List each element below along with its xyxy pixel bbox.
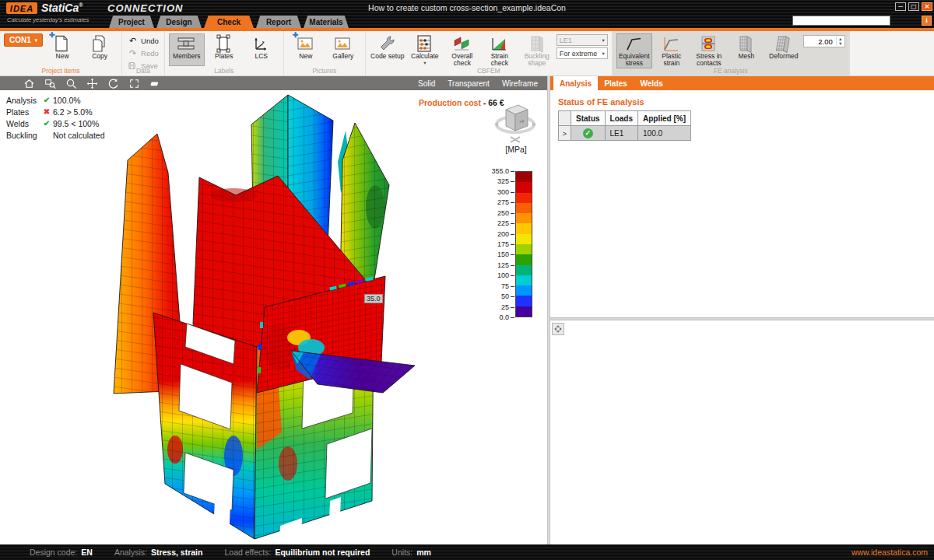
- tab-plates[interactable]: Plates: [598, 76, 634, 90]
- spinner-arrows-icon[interactable]: ▲▼: [836, 37, 844, 47]
- expand-panel-button[interactable]: [552, 323, 564, 335]
- minimize-button[interactable]: ─: [895, 2, 906, 11]
- overall-check-icon: [452, 34, 471, 53]
- search-box[interactable]: [792, 16, 890, 26]
- group-label-data: Data: [122, 67, 164, 75]
- undo-button[interactable]: ↶Undo: [126, 35, 160, 46]
- info-button[interactable]: i: [922, 16, 932, 26]
- 3d-model-view[interactable]: [0, 90, 547, 544]
- check-pass-icon: ✔: [40, 119, 53, 128]
- analysis-tab-content: Status of FE analysis Status Loads Appli…: [550, 90, 934, 317]
- legend-band: [516, 234, 532, 244]
- tab-materials[interactable]: Materials: [304, 16, 349, 28]
- tab-design[interactable]: Design: [156, 16, 202, 28]
- legend-band: [516, 182, 532, 192]
- code-setup-button[interactable]: Code setup: [370, 33, 406, 66]
- results-tabs: Analysis Plates Welds: [550, 76, 934, 90]
- tab-welds[interactable]: Welds: [634, 76, 669, 90]
- pan-icon[interactable]: [86, 78, 98, 89]
- wrench-icon: [377, 34, 396, 53]
- tab-analysis[interactable]: Analysis: [553, 76, 598, 90]
- main-nav-tabs: Project Design Check Report Materials: [109, 16, 349, 28]
- connection-selector[interactable]: CON1▾: [4, 33, 43, 47]
- legend-band: [516, 193, 532, 203]
- legend-tick-mark: [511, 171, 514, 172]
- table-row[interactable]: > ✓ LE1 100.0: [559, 126, 691, 141]
- header-loads: Loads: [605, 111, 637, 126]
- legend-tick-mark: [511, 317, 514, 318]
- search-input[interactable]: [793, 16, 887, 25]
- brand-product: CONNECTION: [107, 2, 183, 14]
- fe-status-table: Status Loads Applied [%] > ✓ LE1 100.0: [558, 110, 691, 141]
- statusbar-item: Load effects:Equilibrium not required: [224, 548, 370, 557]
- members-toggle[interactable]: Members: [169, 33, 205, 66]
- website-link[interactable]: www.ideastatica.com: [851, 548, 934, 557]
- table-header-row: Status Loads Applied [%]: [559, 111, 691, 126]
- check-row: Analysis✔100.0%: [6, 94, 105, 106]
- deformed-toggle[interactable]: Deformed: [766, 33, 802, 66]
- legend-tick-mark: [511, 213, 514, 214]
- calculate-button[interactable]: Calculate▾: [407, 33, 443, 66]
- group-label-fe-analysis: FE analysis: [613, 67, 849, 75]
- detail-panel: [550, 320, 934, 544]
- legend-tick-mark: [511, 181, 514, 182]
- header-expander: [559, 111, 571, 126]
- tab-check[interactable]: Check: [204, 16, 254, 28]
- redo-icon: ↷: [128, 49, 138, 58]
- strain-check-icon: [490, 34, 508, 53]
- legend-band: [516, 213, 532, 223]
- eraser-icon[interactable]: [149, 78, 161, 89]
- overall-check-button[interactable]: Overall check: [444, 33, 480, 68]
- group-label-pictures: Pictures: [284, 67, 365, 75]
- tab-project[interactable]: Project: [109, 16, 154, 28]
- check-row: Plates✖6.2 > 5.0%: [6, 106, 105, 117]
- row-expander[interactable]: >: [563, 130, 567, 138]
- legend-band: [516, 296, 532, 306]
- check-row: Welds✔99.5 < 100%: [6, 117, 105, 129]
- fit-view-icon[interactable]: [128, 78, 140, 89]
- search-icon: [887, 15, 888, 26]
- equivalent-stress-toggle[interactable]: Equivalent stress: [616, 33, 652, 68]
- rotate-view-icon[interactable]: [107, 78, 119, 89]
- copy-item-button[interactable]: Copy: [82, 33, 118, 66]
- 3d-viewport[interactable]: Analysis✔100.0%Plates✖6.2 > 5.0%Welds✔99…: [0, 90, 547, 544]
- plates-toggle[interactable]: Plates: [206, 33, 242, 66]
- redo-button[interactable]: ↷Redo: [126, 47, 160, 58]
- maximize-button[interactable]: ▢: [908, 2, 919, 11]
- extreme-select[interactable]: For extreme▾: [557, 47, 608, 59]
- view-mode-transparent[interactable]: Transparent: [448, 79, 490, 88]
- plate-icon: [214, 34, 233, 53]
- strain-curve-icon: [662, 34, 680, 53]
- legend-tick-mark: [511, 254, 514, 255]
- copy-icon: [90, 34, 108, 53]
- plastic-strain-toggle[interactable]: Plastic strain: [654, 33, 690, 68]
- window-title: How to create custom cross-section_examp…: [311, 3, 623, 12]
- legend-tick-mark: [511, 244, 514, 245]
- strain-check-button[interactable]: Strain check: [482, 33, 518, 68]
- ribbon-group-fe-analysis: Equivalent stress Plastic strain Stress …: [613, 31, 850, 75]
- new-picture-button[interactable]: ✚ New: [288, 33, 324, 66]
- legend-band: [516, 306, 532, 317]
- close-button[interactable]: ✕: [922, 2, 932, 11]
- view-mode-wireframe[interactable]: Wireframe: [502, 79, 538, 88]
- ribbon-group-pictures: ✚ New Gallery Pictures: [284, 31, 366, 75]
- mesh-toggle[interactable]: Mesh: [729, 33, 764, 66]
- load-case-select[interactable]: LE1▾: [557, 34, 608, 46]
- zoom-icon[interactable]: [65, 78, 77, 89]
- stress-in-contacts-toggle[interactable]: Stress in contacts: [691, 33, 727, 68]
- view-mode-solid[interactable]: Solid: [418, 79, 435, 88]
- deformed-scale-spinner[interactable]: 2.00 ▲▼: [803, 35, 845, 47]
- legend-band: [516, 223, 532, 233]
- lcs-toggle[interactable]: LCS: [244, 33, 279, 66]
- zoom-window-icon[interactable]: [44, 78, 56, 89]
- legend-band: [516, 265, 532, 275]
- legend-tick-mark: [511, 307, 514, 308]
- new-item-button[interactable]: ✚ New: [44, 33, 80, 66]
- view-cube[interactable]: +X: [490, 100, 540, 145]
- tab-report[interactable]: Report: [256, 16, 301, 28]
- home-view-icon[interactable]: [23, 78, 35, 89]
- buckling-shape-button[interactable]: Buckling shape: [519, 33, 555, 68]
- contacts-icon: [699, 34, 718, 53]
- gallery-button[interactable]: Gallery: [325, 33, 361, 66]
- group-label-cbfem: CBFEM: [366, 67, 612, 75]
